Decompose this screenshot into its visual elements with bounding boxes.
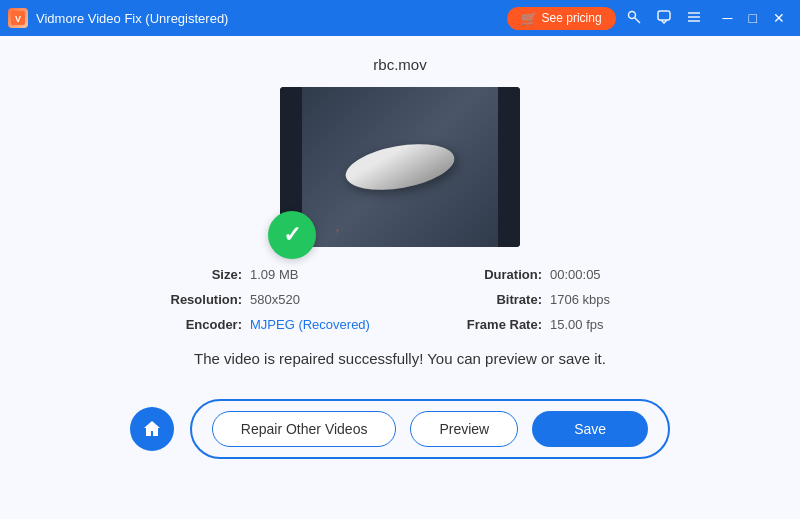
duration-value: 00:00:05 — [550, 267, 690, 282]
close-button[interactable]: ✕ — [766, 8, 792, 28]
video-thumbnail-container: ✓ ↑ — [280, 87, 520, 247]
video-info-grid: Size: 1.09 MB Duration: 00:00:05 Resolut… — [110, 267, 690, 332]
see-pricing-button[interactable]: 🛒 See pricing — [507, 7, 616, 30]
main-content: rbc.mov ✓ ↑ Size: 1.09 MB Duration: 00:0… — [0, 36, 800, 519]
resolution-label: Resolution: — [110, 292, 250, 307]
action-buttons-group: Repair Other Videos Preview Save — [190, 399, 670, 459]
save-button[interactable]: Save — [532, 411, 648, 447]
check-icon: ✓ — [283, 224, 301, 246]
svg-rect-4 — [658, 11, 670, 20]
framerate-value: 15.00 fps — [550, 317, 690, 332]
repair-other-videos-button[interactable]: Repair Other Videos — [212, 411, 397, 447]
cursor-indicator: ↑ — [335, 225, 341, 237]
maximize-button[interactable]: □ — [742, 8, 764, 28]
video-inner — [280, 87, 520, 247]
encoder-label: Encoder: — [110, 317, 250, 332]
resolution-value: 580x520 — [250, 292, 410, 307]
chat-button[interactable] — [652, 8, 676, 29]
menu-button[interactable] — [682, 8, 706, 29]
app-title: Vidmore Video Fix (Unregistered) — [36, 11, 228, 26]
duration-label: Duration: — [410, 267, 550, 282]
minimize-button[interactable]: ─ — [716, 8, 740, 28]
title-bar: V Vidmore Video Fix (Unregistered) 🛒 See… — [0, 0, 800, 36]
success-badge: ✓ — [268, 211, 316, 259]
file-name: rbc.mov — [373, 56, 426, 73]
framerate-label: Frame Rate: — [410, 317, 550, 332]
action-bar: Repair Other Videos Preview Save — [0, 389, 800, 469]
size-value: 1.09 MB — [250, 267, 410, 282]
pricing-label: See pricing — [542, 11, 602, 25]
size-label: Size: — [110, 267, 250, 282]
title-bar-left: V Vidmore Video Fix (Unregistered) — [8, 8, 228, 28]
app-icon: V — [8, 8, 28, 28]
encoder-value: MJPEG (Recovered) — [250, 317, 410, 332]
video-ellipse-shape — [342, 137, 458, 197]
bitrate-value: 1706 kbps — [550, 292, 690, 307]
svg-point-2 — [628, 11, 635, 18]
title-bar-right: 🛒 See pricing ─ □ ✕ — [507, 7, 792, 30]
success-message: The video is repaired successfully! You … — [194, 350, 606, 367]
svg-line-3 — [634, 17, 640, 23]
key-button[interactable] — [622, 8, 646, 29]
bitrate-label: Bitrate: — [410, 292, 550, 307]
window-controls: ─ □ ✕ — [716, 8, 792, 28]
svg-text:V: V — [15, 14, 21, 24]
cart-icon: 🛒 — [521, 11, 537, 26]
preview-button[interactable]: Preview — [410, 411, 518, 447]
home-button[interactable] — [130, 407, 174, 451]
